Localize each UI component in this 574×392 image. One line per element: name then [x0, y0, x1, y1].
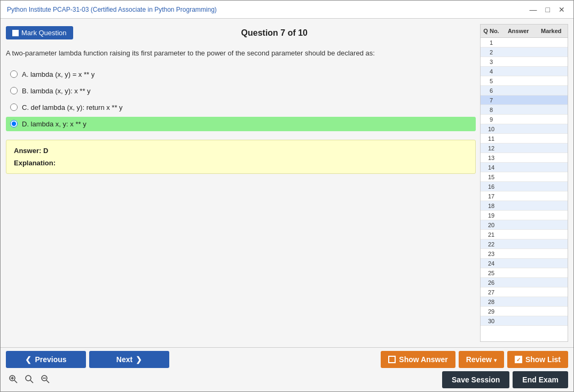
answer-cell-17 — [502, 191, 535, 201]
option-d-row[interactable]: D. lambda x, y: x ** y — [6, 117, 476, 131]
window-title: Python Institute PCAP-31-03 (Certified A… — [7, 6, 217, 13]
save-session-label: Save Session — [452, 375, 500, 384]
qno-cell-24: 24 — [481, 259, 502, 268]
q-row-7[interactable]: 7 — [481, 95, 568, 105]
marked-cell-5 — [535, 76, 568, 85]
q-row-29[interactable]: 29 — [481, 307, 568, 316]
zoom-reset-button[interactable] — [22, 373, 36, 387]
maximize-icon[interactable]: □ — [544, 5, 552, 14]
qno-cell-29: 29 — [481, 307, 502, 316]
previous-chevron-icon — [25, 355, 32, 364]
option-d-radio[interactable] — [10, 120, 18, 127]
qno-cell-9: 9 — [481, 115, 502, 124]
marked-cell-17 — [535, 191, 568, 201]
q-row-26[interactable]: 26 — [481, 278, 568, 287]
q-row-19[interactable]: 19 — [481, 211, 568, 220]
question-list-panel: Q No. Answer Marked 1 2 3 4 5 6 — [480, 24, 568, 342]
answer-cell-4 — [502, 67, 535, 76]
answer-label: Answer: D — [14, 147, 468, 155]
minimize-icon[interactable]: — — [528, 5, 539, 14]
answer-cell-1 — [502, 38, 535, 47]
answer-cell-3 — [502, 57, 535, 66]
zoom-in-button[interactable] — [6, 373, 20, 387]
q-row-30[interactable]: 30 — [481, 316, 568, 326]
answer-cell-27 — [502, 287, 535, 297]
answer-cell-11 — [502, 134, 535, 143]
option-b-row[interactable]: B. lambda (x, y): x ** y — [6, 84, 476, 98]
option-a-radio[interactable] — [10, 70, 18, 78]
answer-cell-9 — [502, 115, 535, 124]
qno-cell-12: 12 — [481, 143, 502, 153]
save-session-button[interactable]: Save Session — [442, 371, 509, 388]
option-a-row[interactable]: A. lambda (x, y) = x ** y — [6, 67, 476, 82]
marked-cell-23 — [535, 249, 568, 258]
q-row-6[interactable]: 6 — [481, 86, 568, 95]
q-row-12[interactable]: 12 — [481, 143, 568, 153]
answer-cell-10 — [502, 124, 535, 133]
q-row-25[interactable]: 25 — [481, 268, 568, 278]
next-label: Next — [116, 355, 132, 364]
show-list-button[interactable]: Show List — [507, 351, 568, 368]
q-row-20[interactable]: 20 — [481, 220, 568, 230]
answer-cell-18 — [502, 201, 535, 210]
marked-cell-6 — [535, 86, 568, 95]
q-row-27[interactable]: 27 — [481, 287, 568, 297]
qno-cell-22: 22 — [481, 239, 502, 249]
option-b-radio[interactable] — [10, 87, 18, 94]
q-row-22[interactable]: 22 — [481, 239, 568, 249]
show-answer-button[interactable]: Show Answer — [381, 351, 455, 368]
q-row-9[interactable]: 9 — [481, 115, 568, 124]
bottom-row1: Previous Next Show Answer Review Show Li… — [6, 351, 568, 368]
qno-cell-19: 19 — [481, 211, 502, 220]
marked-cell-3 — [535, 57, 568, 66]
q-row-16[interactable]: 16 — [481, 182, 568, 191]
qno-cell-17: 17 — [481, 191, 502, 201]
option-c-row[interactable]: C. def lambda (x, y): return x ** y — [6, 100, 476, 115]
zoom-out-button[interactable] — [38, 373, 52, 387]
options-area: A. lambda (x, y) = x ** y B. lambda (x, … — [6, 67, 476, 131]
qno-cell-26: 26 — [481, 278, 502, 287]
option-c-radio[interactable] — [10, 103, 18, 111]
marked-cell-11 — [535, 134, 568, 143]
q-row-8[interactable]: 8 — [481, 105, 568, 115]
qno-cell-13: 13 — [481, 153, 502, 162]
q-row-1[interactable]: 1 — [481, 38, 568, 47]
title-bar: Python Institute PCAP-31-03 (Certified A… — [1, 1, 573, 19]
end-exam-button[interactable]: End Exam — [513, 371, 568, 388]
q-row-11[interactable]: 11 — [481, 134, 568, 143]
review-dropdown-icon — [494, 355, 497, 364]
close-icon[interactable]: ✕ — [556, 5, 567, 14]
answer-cell-30 — [502, 316, 535, 325]
qno-cell-10: 10 — [481, 124, 502, 133]
marked-cell-10 — [535, 124, 568, 133]
marked-cell-2 — [535, 47, 568, 57]
marked-cell-18 — [535, 201, 568, 210]
q-row-17[interactable]: 17 — [481, 191, 568, 201]
marked-cell-9 — [535, 115, 568, 124]
q-row-10[interactable]: 10 — [481, 124, 568, 134]
q-row-24[interactable]: 24 — [481, 259, 568, 268]
q-row-3[interactable]: 3 — [481, 57, 568, 67]
question-list: 1 2 3 4 5 6 7 8 — [481, 38, 568, 341]
next-button[interactable]: Next — [89, 351, 169, 368]
q-row-21[interactable]: 21 — [481, 230, 568, 239]
mark-button-label: Mark Question — [21, 29, 67, 37]
q-row-5[interactable]: 5 — [481, 76, 568, 86]
q-row-13[interactable]: 13 — [481, 153, 568, 163]
review-button[interactable]: Review — [459, 351, 504, 368]
qno-cell-8: 8 — [481, 105, 502, 114]
next-chevron-icon — [136, 355, 142, 364]
q-row-14[interactable]: 14 — [481, 163, 568, 172]
mark-question-button[interactable]: Mark Question — [6, 26, 73, 39]
q-row-15[interactable]: 15 — [481, 172, 568, 182]
answer-cell-22 — [502, 239, 535, 249]
bottom-row2: Save Session End Exam — [6, 371, 568, 388]
previous-button[interactable]: Previous — [6, 351, 86, 368]
q-row-2[interactable]: 2 — [481, 47, 568, 57]
marked-cell-20 — [535, 220, 568, 229]
q-row-23[interactable]: 23 — [481, 249, 568, 259]
q-row-4[interactable]: 4 — [481, 67, 568, 76]
q-row-28[interactable]: 28 — [481, 297, 568, 307]
marked-cell-19 — [535, 211, 568, 220]
q-row-18[interactable]: 18 — [481, 201, 568, 211]
